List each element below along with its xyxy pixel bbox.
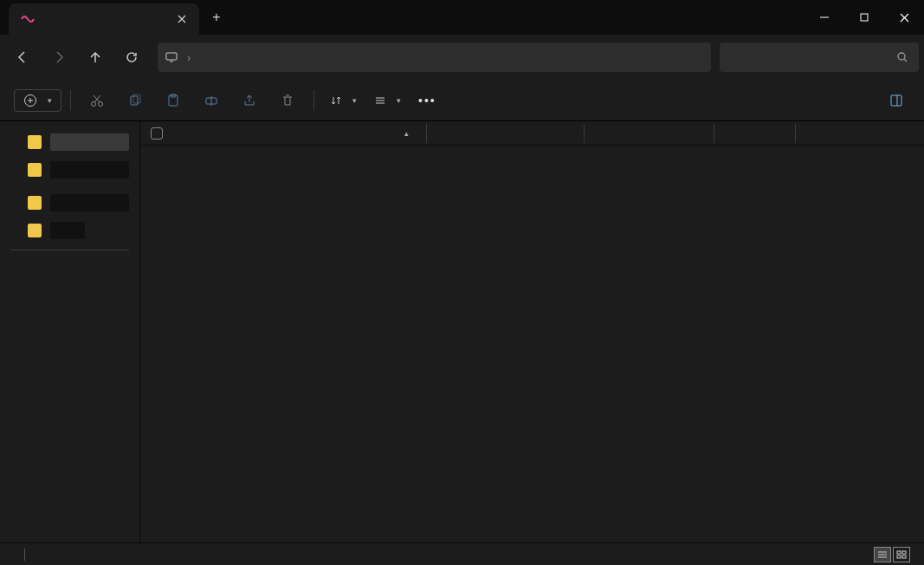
- sort-button[interactable]: ▾: [323, 91, 364, 110]
- folder-icon: [28, 224, 42, 237]
- svg-rect-11: [891, 95, 901, 106]
- minimize-button[interactable]: [804, 0, 844, 35]
- more-button[interactable]: •••: [411, 90, 443, 111]
- column-size-header[interactable]: [714, 124, 795, 143]
- sidebar-folder-redacted[interactable]: [0, 217, 139, 244]
- search-input[interactable]: [720, 42, 919, 72]
- up-button[interactable]: [78, 40, 113, 75]
- search-icon: [896, 51, 908, 63]
- svg-rect-13: [902, 551, 906, 554]
- chevron-down-icon: ▾: [397, 96, 401, 105]
- file-rows: [140, 146, 924, 542]
- close-icon[interactable]: [177, 14, 187, 24]
- folder-icon: [28, 135, 42, 149]
- refresh-button[interactable]: [114, 40, 149, 75]
- sidebar-folder-redacted[interactable]: [0, 128, 139, 156]
- delete-button[interactable]: [270, 85, 305, 116]
- titlebar: +: [0, 0, 924, 35]
- svg-point-2: [898, 53, 905, 60]
- redacted-label: [50, 161, 129, 179]
- chevron-right-icon: ›: [187, 51, 191, 64]
- view-icon: [374, 94, 386, 107]
- new-tab-button[interactable]: +: [199, 0, 234, 35]
- thumbnails-view-toggle[interactable]: [893, 547, 910, 562]
- body: ▴: [0, 121, 924, 542]
- chevron-down-icon: ▾: [48, 96, 52, 105]
- column-headers: ▴: [140, 121, 924, 146]
- toolbar: ▾ ▾ ▾ •••: [0, 80, 924, 121]
- paste-button[interactable]: [156, 85, 191, 116]
- folder-icon: [28, 163, 42, 177]
- column-name-header[interactable]: ▴: [140, 127, 426, 140]
- statusbar: [0, 542, 924, 565]
- svg-rect-14: [897, 555, 901, 558]
- separator: [313, 90, 314, 111]
- rename-button[interactable]: [194, 85, 229, 116]
- sort-icon: [330, 94, 342, 107]
- sidebar: [0, 121, 140, 542]
- column-spacer: [795, 124, 924, 143]
- svg-rect-0: [861, 14, 868, 21]
- folder-icon: [28, 196, 42, 210]
- redacted-label: [50, 222, 85, 239]
- plus-circle-icon: [23, 94, 37, 107]
- column-type-header[interactable]: [584, 124, 714, 143]
- copy-button[interactable]: [118, 85, 152, 116]
- tab-odrive[interactable]: [9, 3, 199, 35]
- redacted-label: [50, 133, 129, 151]
- maximize-button[interactable]: [844, 0, 884, 35]
- svg-point-4: [92, 101, 96, 106]
- odrive-icon: [21, 12, 35, 26]
- file-list-area: ▴: [140, 121, 924, 542]
- svg-point-5: [99, 101, 103, 106]
- svg-rect-12: [897, 551, 901, 554]
- redacted-label: [50, 194, 129, 211]
- details-button[interactable]: [889, 94, 910, 107]
- navbar: ›: [0, 35, 924, 80]
- sidebar-folder-redacted[interactable]: [0, 156, 139, 184]
- new-button[interactable]: ▾: [14, 89, 61, 112]
- separator: [24, 549, 25, 561]
- view-button[interactable]: ▾: [367, 91, 408, 110]
- separator: [10, 250, 129, 250]
- svg-rect-1: [166, 53, 177, 60]
- sidebar-folder-redacted[interactable]: [0, 189, 139, 217]
- window-controls: [804, 0, 924, 35]
- details-icon: [889, 94, 903, 107]
- view-toggles: [874, 547, 910, 562]
- svg-rect-15: [902, 555, 906, 558]
- address-bar[interactable]: ›: [158, 42, 711, 72]
- column-date-header[interactable]: [426, 124, 584, 143]
- monitor-icon: [165, 50, 178, 64]
- sort-indicator-icon: ▴: [404, 129, 409, 138]
- details-view-toggle[interactable]: [874, 547, 891, 562]
- separator: [70, 90, 71, 111]
- select-all-checkbox[interactable]: [151, 127, 163, 140]
- back-button[interactable]: [5, 40, 40, 75]
- chevron-down-icon: ▾: [352, 96, 357, 105]
- cut-button[interactable]: [80, 85, 114, 116]
- forward-button[interactable]: [42, 40, 76, 75]
- share-button[interactable]: [232, 85, 267, 116]
- close-window-button[interactable]: [884, 0, 924, 35]
